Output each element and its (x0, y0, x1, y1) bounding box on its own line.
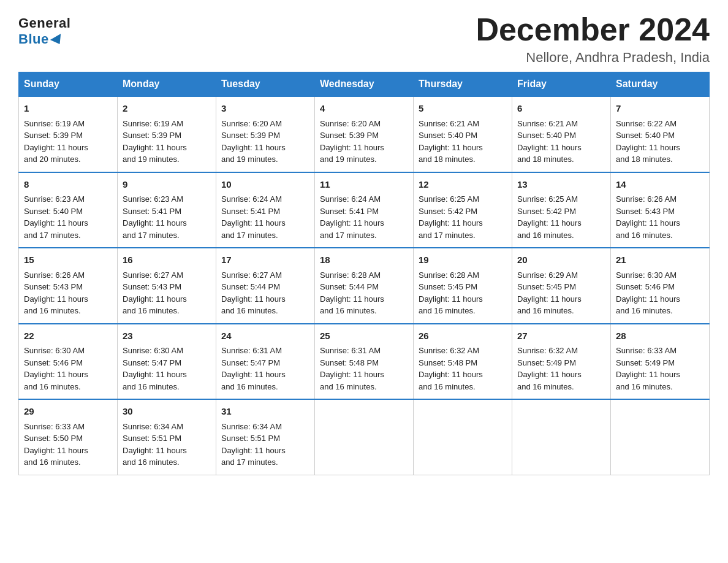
calendar-week-row: 1Sunrise: 6:19 AMSunset: 5:39 PMDaylight… (19, 96, 710, 172)
sunset-text: Sunset: 5:48 PM (419, 357, 507, 369)
sunrise-text: Sunrise: 6:28 AM (320, 269, 408, 282)
day-number: 18 (320, 253, 408, 267)
logo: General Blue (18, 12, 70, 47)
sunrise-text: Sunrise: 6:23 AM (24, 193, 112, 205)
calendar-cell-day-21: 21Sunrise: 6:30 AMSunset: 5:46 PMDayligh… (611, 248, 710, 324)
daylight-text-line1: Daylight: 11 hours (123, 369, 211, 381)
calendar-cell-day-10: 10Sunrise: 6:24 AMSunset: 5:41 PMDayligh… (216, 172, 315, 248)
sunrise-text: Sunrise: 6:33 AM (616, 345, 704, 357)
page-header: General Blue December 2024 Nellore, Andh… (18, 12, 710, 66)
day-number: 19 (419, 253, 507, 267)
daylight-text-line2: and 17 minutes. (221, 456, 309, 469)
sunset-text: Sunset: 5:44 PM (221, 281, 309, 293)
sunset-text: Sunset: 5:47 PM (123, 357, 211, 369)
daylight-text-line1: Daylight: 11 hours (419, 142, 507, 154)
daylight-text-line1: Daylight: 11 hours (616, 293, 704, 305)
sunset-text: Sunset: 5:46 PM (616, 281, 704, 293)
calendar-week-row: 8Sunrise: 6:23 AMSunset: 5:40 PMDaylight… (19, 172, 710, 248)
day-header-tuesday: Tuesday (216, 72, 315, 97)
calendar-cell-day-9: 9Sunrise: 6:23 AMSunset: 5:41 PMDaylight… (118, 172, 216, 248)
daylight-text-line2: and 16 minutes. (24, 381, 112, 393)
sunrise-text: Sunrise: 6:32 AM (419, 345, 507, 357)
month-title: December 2024 (476, 12, 710, 47)
sunset-text: Sunset: 5:49 PM (517, 357, 605, 369)
daylight-text-line2: and 18 minutes. (517, 153, 605, 166)
daylight-text-line1: Daylight: 11 hours (616, 217, 704, 229)
sunrise-text: Sunrise: 6:23 AM (123, 193, 211, 205)
day-number: 8 (24, 178, 112, 192)
calendar-cell-day-20: 20Sunrise: 6:29 AMSunset: 5:45 PMDayligh… (512, 248, 611, 324)
day-number: 3 (221, 102, 309, 116)
daylight-text-line1: Daylight: 11 hours (24, 369, 112, 381)
calendar-week-row: 22Sunrise: 6:30 AMSunset: 5:46 PMDayligh… (19, 324, 710, 400)
sunrise-text: Sunrise: 6:30 AM (123, 345, 211, 357)
daylight-text-line1: Daylight: 11 hours (419, 369, 507, 381)
calendar-cell-empty (512, 399, 611, 475)
calendar-cell-empty (315, 399, 414, 475)
daylight-text-line2: and 16 minutes. (24, 456, 112, 469)
sunset-text: Sunset: 5:50 PM (24, 432, 112, 445)
daylight-text-line2: and 17 minutes. (123, 229, 211, 242)
daylight-text-line2: and 19 minutes. (221, 153, 309, 166)
day-number: 23 (123, 329, 211, 343)
daylight-text-line1: Daylight: 11 hours (24, 142, 112, 154)
title-block: December 2024 Nellore, Andhra Pradesh, I… (476, 12, 710, 66)
sunrise-text: Sunrise: 6:26 AM (616, 193, 704, 205)
day-number: 17 (221, 253, 309, 267)
day-number: 11 (320, 178, 408, 192)
sunset-text: Sunset: 5:51 PM (221, 432, 309, 445)
calendar-cell-day-17: 17Sunrise: 6:27 AMSunset: 5:44 PMDayligh… (216, 248, 315, 324)
location-subtitle: Nellore, Andhra Pradesh, India (476, 50, 710, 66)
daylight-text-line2: and 18 minutes. (616, 153, 704, 166)
sunrise-text: Sunrise: 6:21 AM (419, 118, 507, 130)
daylight-text-line1: Daylight: 11 hours (517, 293, 605, 305)
day-header-friday: Friday (512, 72, 611, 97)
day-number: 5 (419, 102, 507, 116)
daylight-text-line2: and 16 minutes. (221, 305, 309, 317)
logo-blue-text: Blue (18, 31, 64, 47)
sunrise-text: Sunrise: 6:27 AM (221, 269, 309, 282)
day-number: 16 (123, 253, 211, 267)
calendar-cell-day-28: 28Sunrise: 6:33 AMSunset: 5:49 PMDayligh… (611, 324, 710, 400)
day-number: 15 (24, 253, 112, 267)
sunset-text: Sunset: 5:45 PM (517, 281, 605, 293)
sunset-text: Sunset: 5:40 PM (24, 205, 112, 218)
daylight-text-line2: and 16 minutes. (517, 381, 605, 393)
sunset-text: Sunset: 5:39 PM (320, 129, 408, 142)
logo-general-text: General (18, 15, 70, 31)
sunrise-text: Sunrise: 6:34 AM (221, 421, 309, 433)
daylight-text-line1: Daylight: 11 hours (517, 217, 605, 229)
day-header-thursday: Thursday (414, 72, 512, 97)
logo-triangle-icon (50, 34, 65, 47)
day-number: 9 (123, 178, 211, 192)
day-number: 28 (616, 329, 704, 343)
day-number: 2 (123, 102, 211, 116)
daylight-text-line2: and 17 minutes. (419, 229, 507, 242)
calendar-cell-day-19: 19Sunrise: 6:28 AMSunset: 5:45 PMDayligh… (414, 248, 512, 324)
daylight-text-line1: Daylight: 11 hours (320, 142, 408, 154)
calendar-cell-day-12: 12Sunrise: 6:25 AMSunset: 5:42 PMDayligh… (414, 172, 512, 248)
calendar-cell-empty (414, 399, 512, 475)
daylight-text-line2: and 19 minutes. (123, 153, 211, 166)
calendar-table: SundayMondayTuesdayWednesdayThursdayFrid… (18, 72, 710, 475)
sunrise-text: Sunrise: 6:32 AM (517, 345, 605, 357)
calendar-cell-day-31: 31Sunrise: 6:34 AMSunset: 5:51 PMDayligh… (216, 399, 315, 475)
daylight-text-line2: and 16 minutes. (616, 381, 704, 393)
calendar-week-row: 15Sunrise: 6:26 AMSunset: 5:43 PMDayligh… (19, 248, 710, 324)
sunset-text: Sunset: 5:40 PM (517, 129, 605, 142)
daylight-text-line2: and 16 minutes. (123, 381, 211, 393)
day-number: 1 (24, 102, 112, 116)
sunset-text: Sunset: 5:46 PM (24, 357, 112, 369)
daylight-text-line1: Daylight: 11 hours (123, 293, 211, 305)
daylight-text-line1: Daylight: 11 hours (320, 217, 408, 229)
sunset-text: Sunset: 5:43 PM (123, 281, 211, 293)
daylight-text-line1: Daylight: 11 hours (419, 217, 507, 229)
calendar-cell-empty (611, 399, 710, 475)
calendar-cell-day-29: 29Sunrise: 6:33 AMSunset: 5:50 PMDayligh… (19, 399, 118, 475)
sunrise-text: Sunrise: 6:28 AM (419, 269, 507, 282)
calendar-cell-day-26: 26Sunrise: 6:32 AMSunset: 5:48 PMDayligh… (414, 324, 512, 400)
day-header-saturday: Saturday (611, 72, 710, 97)
sunrise-text: Sunrise: 6:31 AM (221, 345, 309, 357)
daylight-text-line1: Daylight: 11 hours (320, 369, 408, 381)
sunrise-text: Sunrise: 6:27 AM (123, 269, 211, 282)
